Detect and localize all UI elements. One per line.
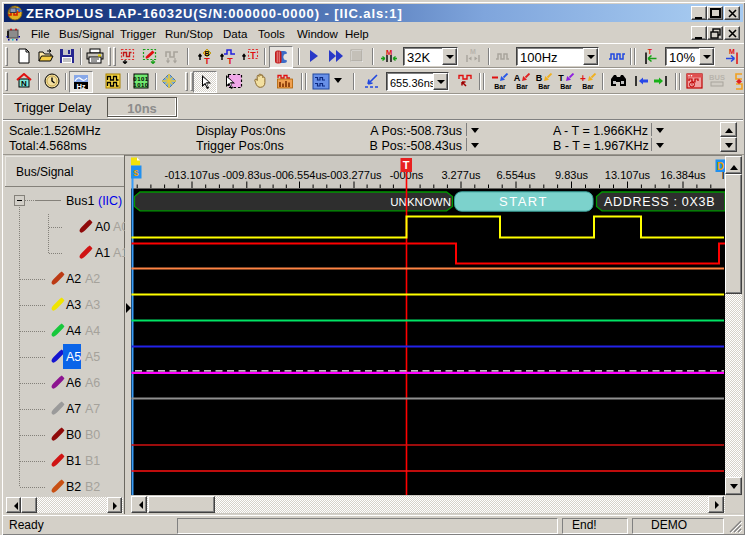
svg-text:T: T <box>227 56 233 65</box>
svg-text:3.277us: 3.277us <box>441 169 481 181</box>
svg-text:Bar: Bar <box>494 83 506 90</box>
svg-text:B: B <box>536 73 543 83</box>
svg-text:Bar: Bar <box>538 83 550 90</box>
svg-text:-009.83us: -009.83us <box>222 169 271 181</box>
svg-text:-013.107us: -013.107us <box>164 169 220 181</box>
svg-text:M: M <box>729 48 735 55</box>
svg-text:ADDRESS : 0X3B: ADDRESS : 0X3B <box>604 195 715 209</box>
svg-text:6.554us: 6.554us <box>496 169 536 181</box>
svg-text:UNKNOWN: UNKNOWN <box>390 196 451 208</box>
svg-text:13.107us: 13.107us <box>605 169 651 181</box>
svg-text:+: + <box>580 73 586 84</box>
svg-text:M: M <box>470 48 476 55</box>
svg-text:-003.277us: -003.277us <box>326 169 382 181</box>
svg-text:T: T <box>204 56 210 65</box>
svg-text:Bar: Bar <box>582 83 594 90</box>
svg-text:16.384us: 16.384us <box>660 169 706 181</box>
svg-text:D: D <box>717 161 724 172</box>
svg-text:T: T <box>250 50 256 60</box>
svg-text:T: T <box>648 48 653 55</box>
svg-text:Hz: Hz <box>76 82 85 91</box>
svg-text:T: T <box>403 159 410 171</box>
svg-text:N: N <box>21 79 27 88</box>
svg-text:s: s <box>133 167 139 178</box>
svg-text:9.83us: 9.83us <box>555 169 589 181</box>
svg-text:-006.554us: -006.554us <box>272 169 328 181</box>
svg-text:Bar: Bar <box>516 83 528 90</box>
svg-text:T: T <box>558 73 564 83</box>
svg-text:START: START <box>499 194 548 209</box>
svg-text:A: A <box>514 73 521 83</box>
svg-text:1010: 1010 <box>133 82 149 88</box>
svg-text:BUS: BUS <box>709 73 725 82</box>
svg-text:Bar: Bar <box>560 83 572 90</box>
